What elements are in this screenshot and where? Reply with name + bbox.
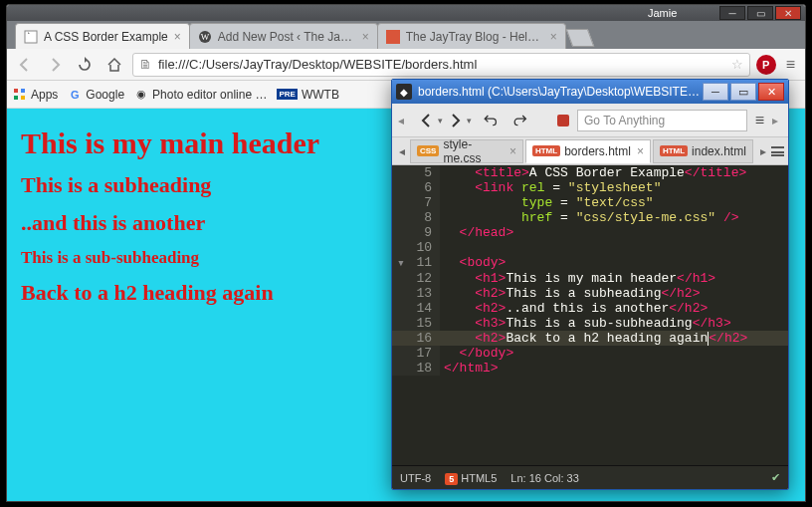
syntax-ok-icon[interactable]: ✔ <box>771 471 780 484</box>
tab-label: The JayTray Blog - Helpin… <box>406 30 544 44</box>
apps-shortcut[interactable]: Apps <box>13 88 58 102</box>
svg-rect-0 <box>25 31 37 43</box>
chrome-toolbar: 🗎 file:///C:/Users/JayTray/Desktop/WEBSI… <box>7 49 805 81</box>
goto-anything-input[interactable]: Go To Anything <box>577 110 747 131</box>
komodo-menu-icon[interactable]: ≡ <box>755 112 764 129</box>
komodo-window: ◆ borders.html (C:\Users\JayTray\Desktop… <box>391 79 789 490</box>
maximize-button[interactable]: ▭ <box>747 6 773 20</box>
html-badge-icon: HTML <box>532 145 560 156</box>
editor-tab-label: style-me.css <box>443 137 503 165</box>
bookmark-photo-editor[interactable]: ◉Photo editor online … <box>134 88 267 102</box>
komodo-statusbar: UTF-8 5 HTML5 Ln: 16 Col: 33 ✔ <box>392 465 788 489</box>
komodo-toolbar: ◂ ▾ ▾ Go To Anything ≡ ▸ <box>392 104 788 137</box>
page-favicon <box>24 30 38 44</box>
nav-back-button[interactable] <box>416 110 438 131</box>
pre-icon: PRE <box>277 89 297 100</box>
new-tab-button[interactable] <box>565 29 594 47</box>
nav-back-history-icon[interactable]: ▾ <box>438 116 443 126</box>
undo-button[interactable] <box>480 110 502 131</box>
editor-tab-style[interactable]: CSSstyle-me.css× <box>410 139 523 163</box>
svg-text:W: W <box>201 32 210 42</box>
editor-tab-index[interactable]: HTMLindex.html <box>653 139 753 163</box>
komodo-titlebar[interactable]: ◆ borders.html (C:\Users\JayTray\Desktop… <box>392 80 788 104</box>
pinterest-extension-icon[interactable]: P <box>756 55 776 75</box>
status-position[interactable]: Ln: 16 Col: 33 <box>510 472 579 484</box>
chrome-titlebar: Jamie ─ ▭ ✕ <box>7 5 805 21</box>
chrome-user-label[interactable]: Jamie <box>648 7 677 19</box>
svg-rect-5 <box>21 89 25 93</box>
back-button[interactable] <box>13 53 37 77</box>
current-line: 16 <h2>Back to a h2 heading again</h2> <box>392 331 788 346</box>
komodo-app-icon: ◆ <box>396 84 412 100</box>
browser-tab[interactable]: The JayTray Blog - Helpin… × <box>377 23 566 49</box>
html-badge-icon: HTML <box>660 145 688 156</box>
tab-close-icon[interactable]: × <box>550 30 557 44</box>
address-bar[interactable]: 🗎 file:///C:/Users/JayTray/Desktop/WEBSI… <box>132 53 750 77</box>
minimize-button[interactable]: ─ <box>719 6 745 20</box>
komodo-minimize-button[interactable]: ─ <box>703 83 728 101</box>
svg-rect-7 <box>21 96 25 100</box>
bookmark-label: Photo editor online … <box>152 88 267 102</box>
browser-tab[interactable]: W Add New Post ‹ The JayTr… × <box>189 23 378 49</box>
tab-close-icon[interactable]: × <box>174 30 181 44</box>
file-icon: 🗎 <box>139 57 152 72</box>
tab-close-icon[interactable]: × <box>637 144 644 158</box>
html5-badge-icon: 5 <box>445 473 458 485</box>
stop-button[interactable] <box>557 115 569 127</box>
apps-icon <box>13 88 27 102</box>
bookmark-google[interactable]: GGoogle <box>68 88 124 102</box>
editor-tab-label: borders.html <box>564 144 631 158</box>
tab-scroll-left-icon[interactable]: ◂ <box>396 144 408 158</box>
redo-button[interactable] <box>509 110 531 131</box>
tab-scroll-right-icon[interactable]: ▸ <box>757 144 769 158</box>
nav-forward-button[interactable] <box>445 110 467 131</box>
chrome-tabstrip: A CSS Border Example × W Add New Post ‹ … <box>7 21 805 49</box>
tab-list-icon[interactable] <box>771 146 784 156</box>
home-button[interactable] <box>102 53 126 77</box>
browser-tab-active[interactable]: A CSS Border Example × <box>15 23 190 49</box>
bookmark-label: Google <box>86 88 124 102</box>
komodo-maximize-button[interactable]: ▭ <box>730 83 756 101</box>
wordpress-favicon: W <box>198 30 212 44</box>
left-pane-toggle[interactable]: ◂ <box>398 110 408 131</box>
google-icon: G <box>68 88 82 102</box>
url-text: file:///C:/Users/JayTray/Desktop/WEBSITE… <box>158 57 477 72</box>
goto-placeholder: Go To Anything <box>584 114 665 127</box>
editor-tab-label: index.html <box>692 144 746 158</box>
reload-button[interactable] <box>73 53 97 77</box>
bookmark-wwtb[interactable]: PREWWTB <box>277 88 338 102</box>
bookmark-star-icon[interactable]: ☆ <box>731 57 743 72</box>
css-badge-icon: CSS <box>417 145 439 156</box>
fold-toggle-icon[interactable]: ▾ <box>397 256 405 271</box>
editor-tabstrip: ◂ CSSstyle-me.css× HTMLborders.html× HTM… <box>392 137 788 165</box>
globe-icon: ◉ <box>134 88 148 102</box>
komodo-title: borders.html (C:\Users\JayTray\Desktop\W… <box>418 85 701 99</box>
komodo-close-button[interactable]: ✕ <box>758 83 784 101</box>
close-button[interactable]: ✕ <box>775 6 801 20</box>
status-language[interactable]: 5 HTML5 <box>445 472 497 484</box>
nav-forward-history-icon[interactable]: ▾ <box>467 116 472 126</box>
bookmark-label: Apps <box>31 88 58 102</box>
tab-label: A CSS Border Example <box>44 30 168 44</box>
code-editor[interactable]: 5 <title>A CSS Border Example</title> 6 … <box>392 165 788 465</box>
tab-label: Add New Post ‹ The JayTr… <box>218 30 356 44</box>
svg-rect-6 <box>14 96 18 100</box>
tab-close-icon[interactable]: × <box>362 30 369 44</box>
tab-close-icon[interactable]: × <box>509 144 516 158</box>
svg-rect-3 <box>386 30 400 44</box>
forward-button[interactable] <box>43 53 67 77</box>
site-favicon <box>386 30 400 44</box>
bookmark-label: WWTB <box>302 88 339 102</box>
editor-tab-borders[interactable]: HTMLborders.html× <box>525 139 651 163</box>
svg-rect-4 <box>14 89 18 93</box>
status-encoding[interactable]: UTF-8 <box>400 472 431 484</box>
right-pane-toggle[interactable]: ▸ <box>772 110 782 131</box>
chrome-menu-icon[interactable]: ≡ <box>782 56 799 74</box>
